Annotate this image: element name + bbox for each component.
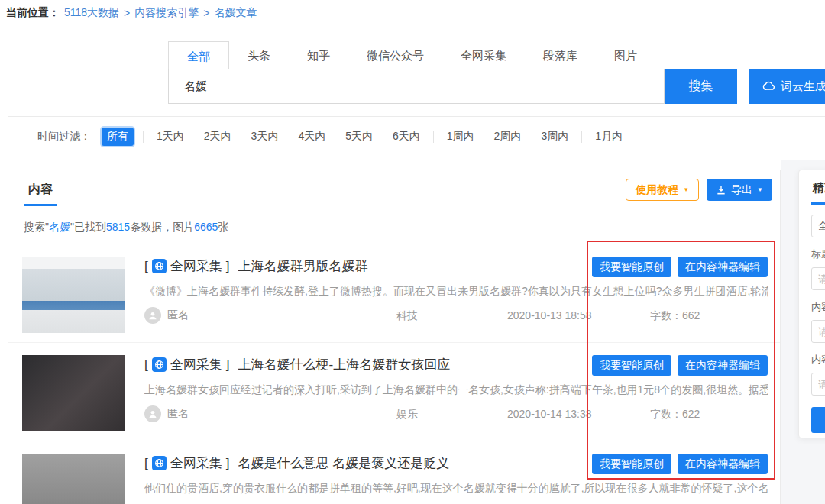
sidebar-content-input[interactable] [811, 320, 825, 343]
sidebar-search-button[interactable] [811, 407, 825, 433]
collect-button[interactable]: 搜集 [665, 69, 737, 104]
breadcrumb: 当前位置： 5118大数据 > 内容搜索引擎 > 名媛文章 [6, 6, 257, 20]
result-count: 5815 [106, 221, 130, 233]
user-avatar-icon [144, 405, 161, 422]
sidebar-field-label-content: 内容 [811, 300, 825, 314]
sidebar-field-label-content2: 内容 [811, 353, 825, 367]
time-filter-1w[interactable]: 1周内 [447, 130, 474, 144]
publish-date: 2020-10-13 18:58 [507, 309, 592, 321]
time-filter-bar: 时间过滤： 所有 1天内 2天内 3天内 4天内 5天内 6天内 1周内 2周内… [8, 116, 825, 157]
time-filter-2d[interactable]: 2天内 [204, 130, 231, 144]
list-item: [ 全网采集] 上海名媛群男版名媛群 《微博》上海名媛群事件持续发酵,登上了微博… [8, 244, 780, 343]
content-panel: 内容 使用教程 ▼ 导出 ▼ 搜索"名媛"已找到5815条数据，图片6665张 … [8, 170, 781, 504]
tab-paragraph[interactable]: 段落库 [525, 42, 596, 69]
time-filter-3w[interactable]: 3周内 [541, 130, 568, 144]
source-tag: 全网采集 [170, 356, 222, 373]
list-item: [ 全网采集] 名媛是什么意思 名媛是褒义还是贬义 他们住的贵酒店,穿的贵衣服什… [8, 441, 780, 504]
time-filter-6d[interactable]: 6天内 [393, 130, 420, 144]
breadcrumb-link-home[interactable]: 5118大数据 [64, 6, 119, 20]
time-filter-2w[interactable]: 2周内 [494, 130, 522, 144]
search-keyword: 名媛 [49, 221, 70, 233]
sidebar-title: 精准筛选 [811, 181, 825, 205]
search-input[interactable] [168, 69, 665, 104]
divider [433, 131, 434, 143]
article-title[interactable]: [ 全网采集] 上海名媛什么梗-上海名媛群女孩回应 [144, 356, 572, 373]
time-filter-label: 时间过滤： [37, 130, 91, 144]
article-thumbnail[interactable] [22, 454, 125, 504]
publish-date: 2020-10-14 13:38 [507, 408, 592, 420]
globe-icon [152, 259, 167, 273]
download-icon [716, 185, 726, 195]
export-dropdown-button[interactable]: 导出 ▼ [707, 179, 772, 201]
article-description: 他们住的贵酒店,穿的贵衣服什么的都是拼单租的等等,好吧,现在这个名媛就变得十分的… [144, 482, 768, 496]
image-count: 6665 [194, 221, 218, 233]
article-thumbnail[interactable] [22, 355, 125, 431]
sidebar-content-input-2[interactable] [811, 373, 825, 396]
divider [143, 131, 144, 143]
search-tabs: 全部 头条 知乎 微信公众号 全网采集 段落库 图片 [168, 41, 825, 69]
sidebar-title-input[interactable] [811, 267, 825, 290]
author-name: 匿名 [167, 309, 189, 322]
sidebar-select-all[interactable]: 全部 [811, 215, 825, 237]
word-count: 字数：622 [650, 408, 700, 422]
globe-icon [152, 357, 167, 372]
tutorial-dropdown-button[interactable]: 使用教程 ▼ [626, 179, 699, 201]
article-meta: 匿名 娱乐 2020-10-14 13:38 字数：622 [144, 405, 768, 424]
breadcrumb-separator: > [124, 7, 130, 19]
smart-rewrite-button[interactable]: 我要智能原创 [592, 454, 671, 474]
tab-content[interactable]: 内容 [24, 170, 57, 206]
chevron-down-icon: ▼ [683, 187, 689, 193]
breadcrumb-separator: > [203, 7, 209, 19]
edit-in-tool-button[interactable]: 在内容神器编辑 [678, 454, 768, 474]
breadcrumb-link-engine[interactable]: 内容搜索引擎 [134, 6, 199, 20]
tab-webwide[interactable]: 全网采集 [442, 42, 525, 69]
globe-icon [152, 456, 167, 470]
smart-rewrite-button[interactable]: 我要智能原创 [592, 257, 671, 277]
search-section: 全部 头条 知乎 微信公众号 全网采集 段落库 图片 搜集 词云生成 [168, 41, 825, 104]
user-avatar-icon [144, 307, 161, 324]
time-filter-1m[interactable]: 1月内 [595, 130, 623, 144]
article-meta: 匿名 科技 2020-10-13 18:58 字数：662 [144, 307, 768, 325]
time-filter-4d[interactable]: 4天内 [298, 130, 325, 144]
category-label: 娱乐 [396, 408, 418, 422]
breadcrumb-label: 当前位置： [6, 6, 60, 20]
article-description: 《微博》上海名媛群事件持续发酵,登上了微博热搜。而现在又冒出来男版名媛群?你真以… [144, 285, 768, 299]
cloud-icon [762, 79, 776, 93]
sidebar-field-label-title: 标题 [811, 247, 825, 261]
wordcloud-button[interactable]: 词云生成 [749, 69, 825, 104]
filter-sidebar: 精准筛选 全部 标题 内容 内容 [798, 170, 825, 438]
edit-in-tool-button[interactable]: 在内容神器编辑 [678, 257, 768, 277]
source-tag: 全网采集 [170, 257, 222, 275]
content-panel-header: 内容 使用教程 ▼ 导出 ▼ [8, 170, 780, 208]
author-name: 匿名 [167, 407, 189, 421]
smart-rewrite-button[interactable]: 我要智能原创 [592, 355, 671, 376]
time-filter-1d[interactable]: 1天内 [157, 130, 184, 144]
divider [581, 131, 582, 143]
tab-all[interactable]: 全部 [168, 41, 229, 69]
article-thumbnail[interactable] [22, 257, 125, 333]
tab-wechat[interactable]: 微信公众号 [348, 42, 442, 69]
chevron-down-icon: ▼ [757, 187, 763, 193]
time-filter-all[interactable]: 所有 [102, 128, 134, 146]
tab-zhihu[interactable]: 知乎 [289, 42, 348, 69]
result-summary: 搜索"名媛"已找到5815条数据，图片6665张 [24, 221, 780, 234]
article-description: 上海名媛群女孩回应经过记者的深入打听,采访到了上海名媛群中的一名女孩,女孩声称:… [144, 383, 768, 397]
category-label: 科技 [396, 309, 418, 323]
edit-in-tool-button[interactable]: 在内容神器编辑 [678, 355, 768, 376]
article-title[interactable]: [ 全网采集] 上海名媛群男版名媛群 [144, 257, 572, 275]
source-tag: 全网采集 [170, 454, 222, 472]
tab-image[interactable]: 图片 [596, 42, 655, 69]
tab-toutiao[interactable]: 头条 [229, 42, 289, 69]
list-item: [ 全网采集] 上海名媛什么梗-上海名媛群女孩回应 上海名媛群女孩回应经过记者的… [8, 343, 780, 441]
breadcrumb-link-current[interactable]: 名媛文章 [214, 6, 257, 20]
article-title[interactable]: [ 全网采集] 名媛是什么意思 名媛是褒义还是贬义 [144, 454, 572, 472]
time-filter-5d[interactable]: 5天内 [345, 130, 373, 144]
time-filter-3d[interactable]: 3天内 [251, 130, 279, 144]
word-count: 字数：662 [650, 309, 700, 323]
